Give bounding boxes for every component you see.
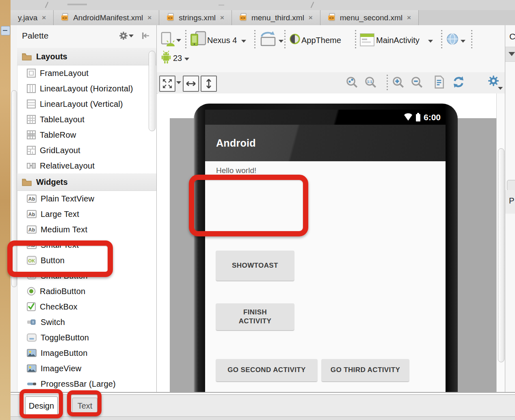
locale-dropdown-icon[interactable] [461,40,465,43]
palette-item-imagebutton[interactable]: ImageButton [17,345,156,361]
device-icon[interactable] [190,31,206,46]
zoom-mode-dropdown-icon[interactable] [176,81,181,84]
palette-list: LayoutsFrameLayoutLinearLayout (Horizont… [17,48,156,392]
tab-label: y.java [18,13,37,22]
palette-item-label: Switch [41,318,65,327]
palette-item-linearlayout-vertical[interactable]: LinearLayout (Vertical) [17,96,156,112]
linear-vertical-icon [27,100,36,108]
activity-label[interactable]: MainActivity [376,36,420,45]
tab-close-icon[interactable]: × [220,14,224,22]
palette-scrollbar-thumb[interactable] [149,51,156,131]
palette-item-togglebutton[interactable]: ToggleButton [17,330,156,345]
zoom-mode-button[interactable] [159,76,175,92]
canvas-scrollbar-thumb[interactable] [498,148,504,362]
palette-item-small-text[interactable]: AbSmall Text [17,237,156,253]
palette-item-label: ImageView [41,364,81,373]
design-tab[interactable]: Design [25,396,58,415]
project-panel-collapse-button[interactable] [1,26,10,35]
palette-item-large-text[interactable]: AbLarge Text [17,206,156,222]
palette-section-layouts[interactable]: Layouts [17,48,156,65]
toolbar-divider [387,75,388,92]
zoom-out-icon[interactable] [411,76,424,89]
preview-button-go-second-activity[interactable]: GO SECOND ACTIVITY [216,359,317,381]
palette-item-progressbar-large[interactable]: ProgressBar (Large) [17,376,156,392]
preview-file-icon[interactable] [433,76,445,89]
editor-tab-y-java[interactable]: y.java× [11,10,54,25]
palette-item-label: CheckBox [40,302,78,312]
text-tab[interactable]: Text [72,398,97,414]
palette-item-small-button[interactable]: okSmall Button [17,268,156,284]
palette-item-button[interactable]: OKButton [17,253,156,268]
editor-tab-androidmanifest-xml[interactable]: <>AndroidManifest.xml× [54,10,159,25]
device-dropdown-icon[interactable] [241,40,246,43]
configuration-icon[interactable] [160,32,175,48]
tab-close-icon[interactable]: × [147,14,151,22]
palette-item-label: Small Text [41,240,79,250]
palette-item-linearlayout-horizontal[interactable]: LinearLayout (Horizontal) [17,81,156,96]
left-scrollbar-thumb[interactable] [11,90,17,287]
device-label[interactable]: Nexus 4 [207,36,237,45]
orientation-dropdown-icon[interactable] [279,40,283,43]
status-time: 6:00 [424,113,441,122]
zoom-actual-size-icon[interactable]: 1:1 [365,76,378,89]
zoom-to-fit-icon[interactable] [346,76,359,89]
palette-item-label: ToggleButton [41,333,89,342]
palette-item-tablelayout[interactable]: TableLayout [17,112,156,127]
palette-gear-button[interactable] [119,32,134,40]
api-level-dropdown-icon[interactable] [184,58,189,61]
settings-dropdown-icon[interactable] [498,87,503,90]
palette-item-framelayout[interactable]: FrameLayout [17,65,156,81]
configuration-dropdown-icon[interactable] [176,39,181,42]
palette-item-relativelayout[interactable]: RelativeLayout [17,158,156,173]
tab-close-icon[interactable]: × [42,14,46,22]
palette-section-widgets[interactable]: Widgets [17,173,156,191]
settings-gear-icon[interactable] [488,76,499,86]
palette-item-imageview[interactable]: ImageView [17,361,156,376]
switch-icon [27,319,37,325]
preview-button-go-third-activity[interactable]: GO THIRD ACTIVITY [322,359,409,381]
tab-label: AndroidManifest.xml [73,13,143,22]
theme-icon[interactable] [289,33,301,45]
palette-item-label: FrameLayout [40,69,89,78]
panel-button-fragment[interactable] [507,180,515,191]
status-bar: 6:00 [205,110,446,125]
design-canvas[interactable]: 6:00 Android Hello world! SHOWTOASTFINIS… [158,93,496,392]
properties-title-partial: P [509,196,514,206]
theme-label[interactable]: AppTheme [301,36,341,45]
zoom-in-icon[interactable] [392,76,405,89]
palette-item-tablerow[interactable]: TableRow [17,127,156,143]
palette-item-label: Large Text [41,210,79,219]
palette-item-gridlayout[interactable]: GridLayout [17,143,156,158]
tab-edge-mark [67,4,87,5]
tab-close-icon[interactable]: × [407,14,411,22]
expand-triangle-icon[interactable] [509,52,515,56]
svg-text:1:1: 1:1 [367,80,372,84]
checkbox-icon [27,302,36,311]
fit-width-button[interactable] [183,76,199,92]
tab-close-icon[interactable]: × [309,14,313,22]
palette-collapse-icon[interactable] [141,32,150,39]
palette-item-radiobutton[interactable]: RadioButton [17,284,156,299]
editor-tab-strings-xml[interactable]: <>strings.xml× [159,10,232,25]
component-tree-panel-partial: C P [505,25,515,420]
palette-item-label: ProgressBar (Large) [41,379,116,389]
palette-item-switch[interactable]: Switch [17,314,156,330]
locale-globe-icon[interactable] [446,32,459,45]
preview-button-showtoast[interactable]: SHOWTOAST [216,251,294,281]
tab-label: menu_third.xml [251,13,304,22]
orientation-icon[interactable] [258,31,278,46]
editor-tab-menu-third-xml[interactable]: <>menu_third.xml× [232,10,320,25]
folder-icon [22,178,32,186]
refresh-icon[interactable] [452,76,465,89]
preview-button-finish-activity[interactable]: FINISH ACTIVITY [216,303,294,330]
palette-item-checkbox[interactable]: CheckBox [17,299,156,314]
activity-icon[interactable] [360,33,374,46]
api-level-android-icon[interactable] [160,50,172,64]
editor-tab-menu-second-xml[interactable]: <>menu_second.xml× [320,10,419,25]
api-level-label[interactable]: 23 [173,54,182,63]
palette-item-plain-textview[interactable]: AbPlain TextView [17,191,156,206]
fit-height-button[interactable] [201,76,217,92]
palette-item-medium-text[interactable]: AbMedium Text [17,222,156,237]
activity-dropdown-icon[interactable] [428,40,433,43]
palette-item-label: Medium Text [41,225,87,234]
